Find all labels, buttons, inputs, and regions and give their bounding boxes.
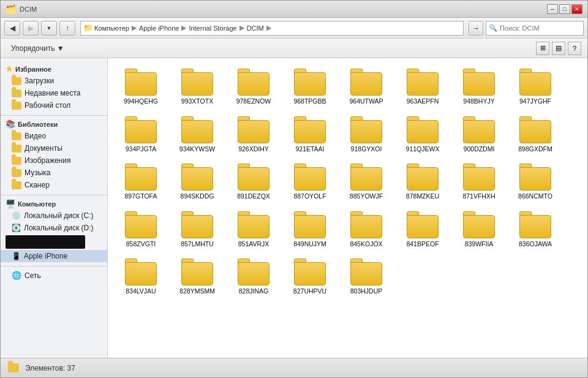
folder-item[interactable]: 803HJDUP bbox=[339, 254, 393, 300]
search-box[interactable]: 🔍 bbox=[486, 21, 584, 36]
recent-icon bbox=[12, 89, 21, 97]
computer-header: 🖥️ Компьютер bbox=[1, 198, 107, 210]
folder-label: 898GXDFM bbox=[518, 145, 552, 153]
organize-button[interactable]: Упорядочить ▼ bbox=[7, 42, 69, 55]
folder-item[interactable]: 878MZKEU bbox=[396, 159, 450, 205]
folder-item[interactable]: 947JYGHF bbox=[508, 64, 562, 110]
folder-item[interactable]: 963AEPFN bbox=[396, 64, 450, 110]
sidebar-item-desktop[interactable]: Рабочий стол bbox=[1, 99, 107, 112]
sidebar-item-drive-d[interactable]: 💽 Локальный диск (D:) bbox=[1, 222, 107, 234]
folder-item[interactable]: 836OJAWA bbox=[508, 207, 562, 252]
folder-item[interactable]: 866NCMTO bbox=[508, 159, 562, 205]
folder-icon bbox=[463, 116, 495, 143]
grid-view-button[interactable]: ⊞ bbox=[536, 42, 549, 55]
folder-label: 993XTOTX bbox=[181, 97, 213, 105]
sidebar-item-network[interactable]: 🌐 Сеть bbox=[1, 269, 107, 282]
folder-item[interactable]: 898GXDFM bbox=[508, 112, 562, 157]
folder-item[interactable]: 858ZVGTI bbox=[114, 207, 168, 252]
folder-item[interactable]: 839WFIIA bbox=[452, 207, 506, 252]
folder-item[interactable]: 857LMHTU bbox=[170, 207, 224, 252]
folder-item[interactable]: 891DEZQX bbox=[227, 159, 281, 205]
drive-c-label: Локальный диск (C:) bbox=[24, 211, 94, 220]
up-button[interactable]: ↑ bbox=[59, 21, 75, 36]
folder-item[interactable]: 834LVJAU bbox=[114, 254, 168, 300]
folder-item[interactable]: 887OYOLF bbox=[283, 159, 337, 205]
folder-body bbox=[463, 167, 495, 191]
search-input[interactable] bbox=[500, 25, 573, 32]
folder-item[interactable]: 921ETAAI bbox=[283, 112, 337, 157]
folder-item[interactable]: 849NUJYM bbox=[283, 207, 337, 252]
folder-icon bbox=[519, 164, 551, 191]
computer-label: Компьютер bbox=[18, 200, 56, 208]
folder-body bbox=[125, 167, 157, 191]
folder-item[interactable]: 964UTWAP bbox=[339, 64, 393, 110]
folder-item[interactable]: 841BPEOF bbox=[396, 207, 450, 252]
folder-item[interactable]: 827UHPVU bbox=[283, 254, 337, 300]
favorites-label: Избранное bbox=[15, 66, 51, 73]
folder-item[interactable]: 934PJGTA bbox=[114, 112, 168, 157]
folder-item[interactable]: 934KYWSW bbox=[170, 112, 224, 157]
folder-label: 845KOJOX bbox=[350, 240, 382, 248]
sidebar-item-apple-iphone[interactable]: 📱 Apple iPhone bbox=[1, 250, 107, 262]
folder-icon bbox=[294, 116, 326, 143]
network-section: 🌐 Сеть bbox=[1, 269, 107, 282]
folder-label: 934PJGTA bbox=[126, 145, 157, 153]
title-bar: 🗂️ DCIM ─ □ ✕ bbox=[1, 1, 587, 18]
sidebar-item-recent[interactable]: Недавние места bbox=[1, 87, 107, 99]
sidebar-item-downloads[interactable]: Загрузки bbox=[1, 75, 107, 87]
folder-body bbox=[350, 167, 382, 191]
folder-item[interactable]: 926XDIHY bbox=[227, 112, 281, 157]
folder-label: 964UTWAP bbox=[349, 97, 383, 105]
libraries-icon: 📚 bbox=[6, 119, 15, 129]
address-bar[interactable]: 📁 Компьютер ▶ Apple iPhone ▶ Internal St… bbox=[80, 21, 464, 36]
folder-item[interactable]: 845KOJOX bbox=[339, 207, 393, 252]
folder-label: 947JYGHF bbox=[519, 97, 551, 105]
folder-item[interactable]: 894SKDDG bbox=[170, 159, 224, 205]
folder-item[interactable]: 885YOWJF bbox=[339, 159, 393, 205]
folder-item[interactable]: 828YMSMM bbox=[170, 254, 224, 300]
folder-label: 911QJEWX bbox=[406, 145, 440, 153]
folder-label: 803HJDUP bbox=[350, 287, 383, 295]
folder-item[interactable]: 994HQEHG bbox=[114, 64, 168, 110]
sidebar-item-scanner[interactable]: Сканер bbox=[1, 179, 107, 191]
go-button[interactable]: → bbox=[469, 21, 483, 36]
folder-item[interactable]: 897GTOFA bbox=[114, 159, 168, 205]
folder-item[interactable]: 978EZNOW bbox=[227, 64, 281, 110]
folder-item[interactable]: 911QJEWX bbox=[396, 112, 450, 157]
address-parts: 📁 Компьютер ▶ Apple iPhone ▶ Internal St… bbox=[83, 23, 273, 32]
folder-item[interactable]: 968TPGBB bbox=[283, 64, 337, 110]
folder-label: 926XDIHY bbox=[238, 145, 269, 153]
folder-label: 828YMSMM bbox=[179, 287, 215, 295]
recent-button[interactable]: ▼ bbox=[41, 21, 57, 36]
folder-label: 887OYOLF bbox=[293, 192, 326, 200]
downloads-label: Загрузки bbox=[24, 77, 54, 85]
list-view-button[interactable]: ▤ bbox=[552, 42, 565, 55]
sidebar-item-drive-c[interactable]: 💿 Локальный диск (C:) bbox=[1, 210, 107, 222]
folder-item[interactable]: 993XTOTX bbox=[170, 64, 224, 110]
address-dcim: DCIM bbox=[247, 25, 264, 32]
folder-item[interactable]: 828JINAG bbox=[227, 254, 281, 300]
sidebar-item-docs[interactable]: Документы bbox=[1, 142, 107, 154]
folder-item[interactable]: 900DZDMI bbox=[452, 112, 506, 157]
folder-body bbox=[125, 120, 157, 143]
folder-item[interactable]: 851AVRJX bbox=[227, 207, 281, 252]
sidebar-item-images[interactable]: Изображения bbox=[1, 154, 107, 167]
folder-body bbox=[294, 262, 326, 285]
folder-item[interactable]: 948BHYJY bbox=[452, 64, 506, 110]
close-button[interactable]: ✕ bbox=[571, 4, 582, 14]
help-button[interactable]: ? bbox=[568, 42, 581, 55]
folder-icon bbox=[519, 116, 551, 143]
folder-item[interactable]: 918GYXOI bbox=[339, 112, 393, 157]
back-button[interactable]: ◀ bbox=[4, 21, 20, 36]
folder-icon bbox=[463, 211, 495, 238]
folder-item[interactable]: 871VFHXH bbox=[452, 159, 506, 205]
drive-c-icon: 💿 bbox=[12, 211, 21, 220]
sidebar-item-video[interactable]: Видео bbox=[1, 130, 107, 142]
sidebar-item-music[interactable]: Музыка bbox=[1, 167, 107, 179]
folder-label: 851AVRJX bbox=[238, 240, 270, 248]
maximize-button[interactable]: □ bbox=[559, 4, 570, 14]
images-label: Изображения bbox=[24, 156, 70, 165]
forward-button[interactable]: ▶ bbox=[23, 21, 39, 36]
iphone-label: Apple iPhone bbox=[24, 252, 67, 260]
minimize-button[interactable]: ─ bbox=[547, 4, 558, 14]
